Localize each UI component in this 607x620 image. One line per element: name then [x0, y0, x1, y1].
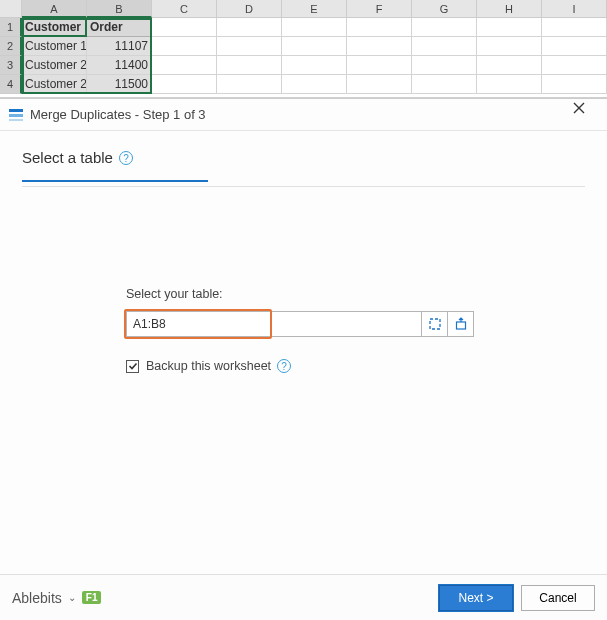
cell[interactable]	[217, 37, 282, 56]
close-button[interactable]	[573, 102, 599, 128]
dialog-title: Merge Duplicates - Step 1 of 3	[30, 107, 573, 122]
dialog-body: Select a table ? Select your table: Back…	[0, 131, 607, 575]
cell[interactable]	[152, 37, 217, 56]
svg-rect-2	[9, 119, 23, 121]
col-header-e[interactable]: E	[282, 0, 347, 18]
cell[interactable]	[347, 56, 412, 75]
next-button[interactable]: Next >	[439, 585, 513, 611]
cell-b1[interactable]: Order	[87, 18, 152, 37]
col-header-f[interactable]: F	[347, 0, 412, 18]
cell[interactable]	[217, 18, 282, 37]
backup-label: Backup this worksheet	[146, 359, 271, 373]
col-header-h[interactable]: H	[477, 0, 542, 18]
select-table-label: Select your table:	[126, 287, 486, 301]
cell[interactable]	[282, 18, 347, 37]
f1-badge: F1	[82, 591, 102, 604]
cell[interactable]	[542, 75, 607, 94]
cell[interactable]	[152, 18, 217, 37]
cancel-button[interactable]: Cancel	[521, 585, 595, 611]
cell[interactable]	[412, 37, 477, 56]
svg-rect-4	[456, 322, 465, 329]
cell[interactable]	[412, 56, 477, 75]
cell[interactable]	[152, 56, 217, 75]
cell-a3[interactable]: Customer 2	[22, 56, 87, 75]
cell[interactable]	[477, 37, 542, 56]
svg-rect-0	[9, 109, 23, 112]
col-header-b[interactable]: B	[87, 0, 152, 18]
cell[interactable]	[477, 56, 542, 75]
cell[interactable]	[347, 37, 412, 56]
cell[interactable]	[282, 56, 347, 75]
col-header-d[interactable]: D	[217, 0, 282, 18]
select-range-button[interactable]	[422, 311, 448, 337]
cell[interactable]	[477, 18, 542, 37]
cell[interactable]	[477, 75, 542, 94]
cell[interactable]	[347, 75, 412, 94]
dialog-titlebar: Merge Duplicates - Step 1 of 3	[0, 99, 607, 131]
brand-link[interactable]: Ablebits ⌄ F1	[12, 590, 101, 606]
cell[interactable]	[282, 75, 347, 94]
row-header-2[interactable]: 2	[0, 37, 22, 56]
step-heading: Select a table ?	[22, 149, 585, 180]
cell-a1[interactable]: Customer	[22, 18, 87, 37]
help-icon[interactable]: ?	[277, 359, 291, 373]
col-header-c[interactable]: C	[152, 0, 217, 18]
chevron-down-icon: ⌄	[68, 592, 76, 603]
brand-text: Ablebits	[12, 590, 62, 606]
help-icon[interactable]: ?	[119, 151, 133, 165]
step-progress-underline	[22, 180, 208, 182]
row-header-3[interactable]: 3	[0, 56, 22, 75]
cell[interactable]	[282, 37, 347, 56]
cell[interactable]	[542, 37, 607, 56]
backup-checkbox[interactable]	[126, 360, 139, 373]
cell[interactable]	[412, 75, 477, 94]
step-heading-text: Select a table	[22, 149, 113, 166]
cell-b3[interactable]: 11400	[87, 56, 152, 75]
dialog-footer: Ablebits ⌄ F1 Next > Cancel	[0, 574, 607, 620]
cell[interactable]	[542, 18, 607, 37]
cell[interactable]	[412, 18, 477, 37]
cell[interactable]	[347, 18, 412, 37]
divider	[22, 186, 585, 187]
cell[interactable]	[217, 75, 282, 94]
cell-a2[interactable]: Customer 1	[22, 37, 87, 56]
svg-rect-1	[9, 114, 23, 117]
col-header-a[interactable]: A	[22, 0, 87, 18]
cell-b4[interactable]: 11500	[87, 75, 152, 94]
cell-a4[interactable]: Customer 2	[22, 75, 87, 94]
cell[interactable]	[542, 56, 607, 75]
col-header-g[interactable]: G	[412, 0, 477, 18]
expand-range-button[interactable]	[448, 311, 474, 337]
row-header-1[interactable]: 1	[0, 18, 22, 37]
merge-duplicates-icon	[8, 107, 24, 123]
spreadsheet-grid: A B C D E F G H I 1 Customer Order 2 Cus…	[0, 0, 607, 98]
row-header-4[interactable]: 4	[0, 75, 22, 94]
cell[interactable]	[152, 75, 217, 94]
select-all-corner[interactable]	[0, 0, 22, 18]
col-header-i[interactable]: I	[542, 0, 607, 18]
cell-b2[interactable]: 11107	[87, 37, 152, 56]
range-input[interactable]	[126, 311, 422, 337]
svg-rect-3	[430, 319, 440, 329]
merge-duplicates-dialog: Merge Duplicates - Step 1 of 3 Select a …	[0, 98, 607, 620]
cell[interactable]	[217, 56, 282, 75]
